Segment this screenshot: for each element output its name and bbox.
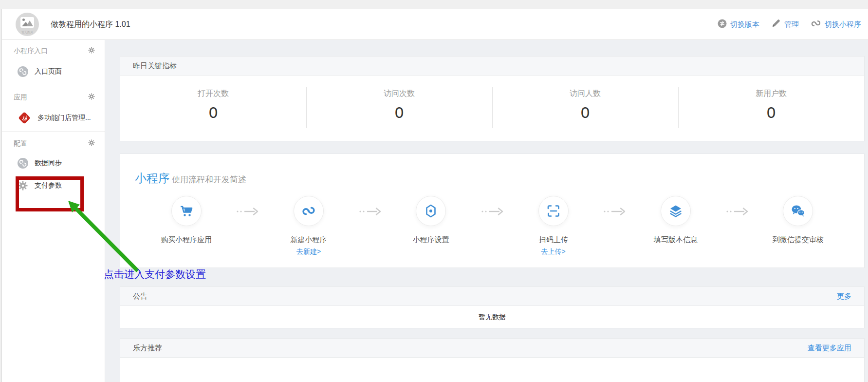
gear-icon[interactable] xyxy=(88,93,95,102)
sidebar-section-config: 配置 xyxy=(2,133,105,152)
sidebar-item-store-app[interactable]: 多功能门店管理... xyxy=(2,106,105,130)
sidebar-divider xyxy=(2,85,105,85)
link-icon xyxy=(18,66,28,77)
sidebar-section-apps: 应用 xyxy=(2,86,105,106)
flow-step-create-miniprogram: 新建小程序 去新建> xyxy=(247,196,369,256)
avatar-placeholder-text: 暂无图片 xyxy=(16,30,39,35)
link-icon xyxy=(18,158,28,169)
app-window: 暂无图片 做教程用的小程序 1.01 切换版本 管理 切换小程序 xyxy=(1,9,868,382)
metrics-panel-title: 昨日关键指标 xyxy=(133,61,177,71)
metric-open-count: 打开次数 0 xyxy=(120,76,306,141)
sidebar-item-payment-params[interactable]: 支付参数 xyxy=(2,174,105,197)
recommend-panel-title: 乐方推荐 xyxy=(133,344,162,353)
recommend-panel: 乐方推荐 查看更多应用 xyxy=(120,338,865,382)
metric-visitor-count: 访问人数 0 xyxy=(492,76,678,141)
notice-panel-title: 公告 xyxy=(133,292,148,301)
miniprogram-logo-icon xyxy=(811,18,821,31)
metric-visit-count: 访问次数 0 xyxy=(306,76,492,141)
scan-icon xyxy=(538,196,569,226)
store-app-icon xyxy=(18,111,31,125)
empty-data-text: 暂无数据 xyxy=(479,313,506,322)
metric-value: 0 xyxy=(766,104,776,121)
header-actions: 切换版本 管理 切换小程序 xyxy=(711,18,861,31)
cart-icon xyxy=(171,196,202,226)
flow-panel-title: 小程序 使用流程和开发简述 xyxy=(125,154,859,186)
metrics-panel: 昨日关键指标 打开次数 0 访问次数 0 访问人数 0 xyxy=(120,56,865,141)
gear-icon[interactable] xyxy=(88,139,95,148)
flow-step-buy-app: 购买小程序应用 xyxy=(125,196,247,256)
metric-value: 0 xyxy=(394,104,404,121)
sidebar-section-entry: 小程序入口 xyxy=(2,40,105,59)
sidebar-divider xyxy=(2,131,105,132)
gear-icon[interactable] xyxy=(88,47,95,56)
app-avatar: 暂无图片 xyxy=(16,13,39,36)
layers-icon xyxy=(661,196,691,226)
flow-step-scan-upload: 扫码上传 去上传> xyxy=(492,196,614,256)
switch-version-button[interactable]: 切换版本 xyxy=(718,19,759,30)
metric-value: 0 xyxy=(208,104,218,121)
switch-version-icon xyxy=(718,19,727,30)
flow-step-wechat-review: 到微信提交审核 xyxy=(737,196,859,256)
flow-step-miniprogram-settings: 小程序设置 xyxy=(370,196,492,256)
sidebar: 小程序入口 入口页面 应用 xyxy=(2,40,105,382)
app-title: 做教程用的小程序 1.01 xyxy=(51,19,130,30)
metric-new-users: 新用户数 0 xyxy=(678,76,864,141)
switch-miniprogram-button[interactable]: 切换小程序 xyxy=(811,18,861,31)
create-link[interactable]: 去新建> xyxy=(296,248,321,256)
notice-more-link[interactable]: 更多 xyxy=(837,292,851,301)
flow-step-version-info: 填写版本信息 xyxy=(614,196,737,256)
sidebar-item-data-sync[interactable]: 数据同步 xyxy=(2,152,105,174)
metric-value: 0 xyxy=(580,104,590,121)
flow-panel: 小程序 使用流程和开发简述 购买小程序应用 xyxy=(120,153,865,268)
hexagon-settings-icon xyxy=(416,196,446,226)
top-header: 暂无图片 做教程用的小程序 1.01 切换版本 管理 切换小程序 xyxy=(2,9,868,40)
annotation-text: 点击进入支付参数设置 xyxy=(104,267,206,281)
notice-panel: 公告 更多 暂无数据 xyxy=(120,286,865,328)
pencil-icon xyxy=(771,19,781,30)
manage-button[interactable]: 管理 xyxy=(771,19,799,30)
wechat-icon xyxy=(783,196,813,226)
main-content: 昨日关键指标 打开次数 0 访问次数 0 访问人数 0 xyxy=(105,40,868,382)
image-placeholder-icon xyxy=(20,17,34,28)
upload-link[interactable]: 去上传> xyxy=(541,248,566,256)
sidebar-item-entry-page[interactable]: 入口页面 xyxy=(2,59,105,84)
miniprogram-icon xyxy=(294,196,324,226)
gear-icon xyxy=(18,180,28,191)
recommend-more-link[interactable]: 查看更多应用 xyxy=(808,344,851,353)
